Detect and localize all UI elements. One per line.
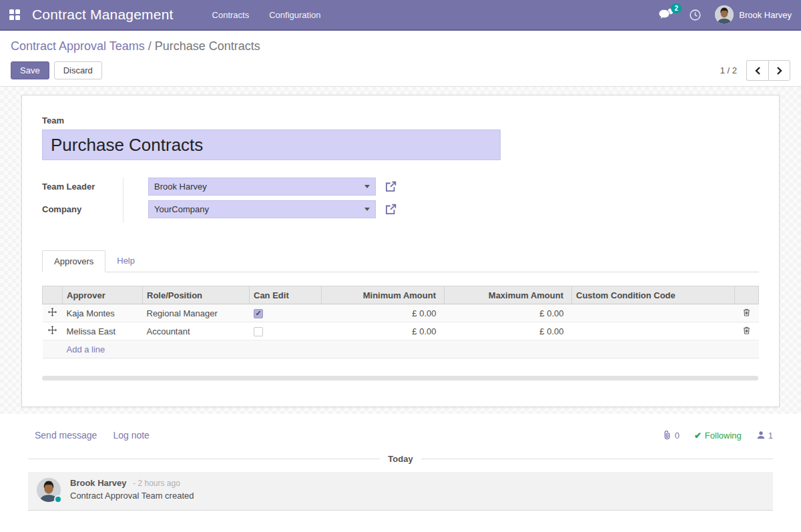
activities-button[interactable] — [689, 9, 702, 21]
table-row[interactable]: Kaja Montes Regional Manager £ 0.00 £ 0.… — [43, 304, 759, 322]
add-a-line-link[interactable]: Add a line — [43, 340, 759, 358]
breadcrumb-parent-link[interactable]: Contract Approval Teams — [11, 39, 145, 53]
top-navbar: Contract Management Contracts Configurat… — [0, 0, 801, 31]
company-label: Company — [42, 200, 123, 218]
approver-cell[interactable]: Kaja Montes — [63, 304, 143, 322]
external-link-icon — [384, 180, 397, 193]
paperclip-icon — [662, 430, 672, 441]
followers-count: 1 — [768, 431, 773, 441]
breadcrumb: Contract Approval Teams / Purchase Contr… — [11, 39, 790, 53]
user-avatar — [715, 5, 734, 24]
online-status-dot — [54, 495, 62, 503]
custom-condition-code-cell[interactable] — [572, 304, 735, 322]
trash-icon — [742, 308, 751, 317]
chevron-down-icon — [364, 185, 370, 188]
pager-count: 1 / 2 — [720, 65, 737, 75]
team-leader-label: Team Leader — [42, 178, 123, 196]
trash-icon — [742, 326, 751, 335]
table-row[interactable]: Melissa East Accountant £ 0.00 £ 0.00 — [43, 322, 759, 340]
app-title[interactable]: Contract Management — [32, 7, 174, 23]
send-message-button[interactable]: Send message — [28, 430, 97, 441]
pager-next-button[interactable] — [768, 60, 790, 81]
log-note-button[interactable]: Log note — [113, 430, 150, 441]
main-menu: Contracts Configuration — [211, 6, 322, 24]
role-cell[interactable]: Regional Manager — [143, 304, 250, 322]
approvers-table: Approver Role/Position Can Edit Minimum … — [42, 286, 759, 358]
company-value: YourCompany — [154, 204, 209, 214]
team-leader-select[interactable]: Brook Harvey — [148, 178, 376, 196]
date-divider: Today — [28, 454, 773, 464]
maximum-amount-cell[interactable]: £ 0.00 — [445, 304, 572, 322]
chevron-right-icon — [776, 67, 783, 75]
control-panel: Contract Approval Teams / Purchase Contr… — [0, 31, 801, 87]
chevron-left-icon — [754, 67, 761, 75]
date-divider-label: Today — [388, 454, 413, 464]
delete-row-button[interactable] — [735, 304, 759, 322]
user-name: Brook Harvey — [739, 10, 792, 20]
attachments-button[interactable]: 0 — [662, 430, 680, 441]
form-view-background: Team Team Leader Company Brook Harvey — [0, 87, 801, 414]
message-author[interactable]: Brook Harvey — [70, 478, 127, 488]
minimum-amount-cell[interactable]: £ 0.00 — [322, 322, 445, 340]
table-header-row: Approver Role/Position Can Edit Minimum … — [43, 286, 759, 304]
can-edit-checkbox[interactable] — [254, 327, 263, 336]
person-icon — [756, 431, 766, 440]
notebook-tabs: Approvers Help — [42, 250, 759, 272]
drag-handle[interactable] — [43, 322, 63, 340]
minimum-amount-column-header[interactable]: Minimum Amount — [322, 286, 445, 304]
custom-condition-code-column-header[interactable]: Custom Condition Code — [572, 286, 735, 304]
delete-column-header — [735, 286, 759, 304]
form-sheet: Team Team Leader Company Brook Harvey — [21, 95, 780, 407]
message-body: Contract Approval Team created — [70, 491, 194, 501]
can-edit-column-header[interactable]: Can Edit — [250, 286, 322, 304]
pager-previous-button[interactable] — [746, 60, 768, 81]
save-button[interactable]: Save — [11, 61, 49, 79]
maximum-amount-cell[interactable]: £ 0.00 — [445, 322, 572, 340]
menu-configuration[interactable]: Configuration — [268, 6, 322, 24]
team-leader-open-record-button[interactable] — [384, 180, 397, 193]
chatter: Send message Log note 0 ✔ Following 1 — [0, 414, 801, 511]
company-select[interactable]: YourCompany — [148, 200, 376, 218]
handle-column-header — [43, 286, 63, 304]
can-edit-cell[interactable] — [250, 322, 322, 340]
breadcrumb-separator: / — [145, 39, 155, 53]
apps-menu-icon[interactable] — [9, 9, 20, 20]
maximum-amount-column-header[interactable]: Maximum Amount — [445, 286, 572, 304]
breadcrumb-current: Purchase Contracts — [155, 39, 260, 53]
horizontal-scrollbar[interactable] — [42, 376, 758, 380]
team-leader-value: Brook Harvey — [154, 182, 207, 192]
move-icon — [48, 326, 57, 334]
move-icon — [48, 308, 57, 316]
followers-button[interactable]: 1 — [756, 431, 773, 441]
clock-icon — [689, 9, 702, 21]
messages-badge: 2 — [671, 3, 682, 13]
role-cell[interactable]: Accountant — [143, 322, 250, 340]
approver-cell[interactable]: Melissa East — [63, 322, 143, 340]
role-column-header[interactable]: Role/Position — [143, 286, 250, 304]
pager: 1 / 2 — [720, 60, 790, 81]
delete-row-button[interactable] — [735, 322, 759, 340]
message-timestamp: - 2 hours ago — [133, 479, 180, 488]
add-a-line-row[interactable]: Add a line — [43, 340, 759, 358]
following-button[interactable]: ✔ Following — [694, 431, 742, 441]
following-label: Following — [705, 431, 742, 441]
team-name-input[interactable] — [42, 129, 501, 160]
minimum-amount-cell[interactable]: £ 0.00 — [322, 304, 445, 322]
tab-approvers[interactable]: Approvers — [42, 250, 105, 272]
check-icon: ✔ — [694, 431, 702, 441]
custom-condition-code-cell[interactable] — [572, 322, 735, 340]
drag-handle[interactable] — [43, 304, 63, 322]
tab-help[interactable]: Help — [105, 250, 146, 272]
user-menu[interactable]: Brook Harvey — [715, 5, 792, 24]
can-edit-checkbox[interactable] — [254, 309, 263, 318]
external-link-icon — [384, 203, 397, 216]
menu-contracts[interactable]: Contracts — [211, 6, 251, 24]
company-open-record-button[interactable] — [384, 203, 397, 216]
chevron-down-icon — [364, 208, 370, 211]
attachments-count: 0 — [675, 431, 680, 441]
can-edit-cell[interactable] — [250, 304, 322, 322]
message-item[interactable]: Brook Harvey - 2 hours ago Contract Appr… — [28, 472, 773, 511]
approver-column-header[interactable]: Approver — [63, 286, 143, 304]
messages-button[interactable]: 2 — [658, 8, 676, 21]
discard-button[interactable]: Discard — [54, 61, 102, 79]
